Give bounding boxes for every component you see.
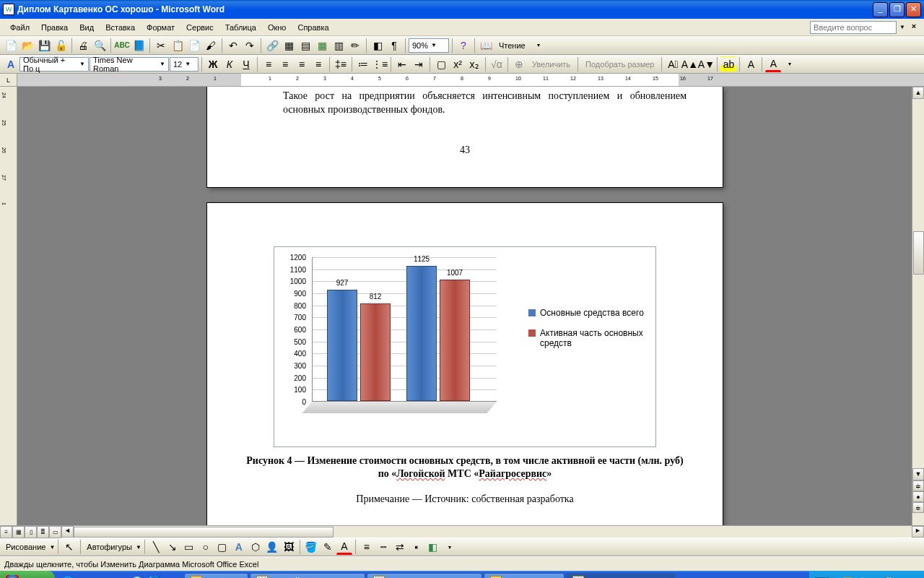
menu-edit[interactable]: Правка [35,21,74,34]
shadow-button[interactable]: ▪ [409,539,424,555]
ruler-corner[interactable]: L [0,74,17,87]
zoom-combo[interactable]: 90%▼ [409,38,449,53]
oval-button[interactable]: ○ [198,539,214,555]
menu-tools[interactable]: Сервис [180,21,219,34]
menu-help[interactable]: Справка [292,21,334,34]
highlight-button[interactable]: ab [720,56,736,72]
close-button[interactable]: ✕ [906,2,921,17]
align-center-button[interactable]: ≡ [277,56,293,72]
docmap-button[interactable]: ◧ [370,38,385,53]
research-button[interactable]: 📘 [131,38,147,53]
arrow-style-button[interactable]: ⇄ [392,539,408,555]
borders-button[interactable]: ▢ [433,56,449,72]
autoshapes-menu[interactable]: Автофигуры [84,543,135,551]
copy-button[interactable]: 📋 [170,38,186,53]
outline-view-button[interactable]: ≣ [37,526,49,538]
format-painter-button[interactable]: 🖌 [203,38,219,53]
threed-button[interactable]: ◧ [425,539,441,555]
diagram-button[interactable]: ⬡ [248,539,263,555]
preview-button[interactable]: 🔍 [92,38,108,53]
bold-button[interactable]: Ж [205,56,221,72]
permissions-button[interactable]: 🔓 [53,38,69,53]
toolbar-options-icon[interactable]: ▾ [531,38,546,53]
justify-button[interactable]: ≡ [310,56,326,72]
help-search-input[interactable] [810,21,897,34]
system-tray[interactable]: RU « 📶 🔊 🛡 💾 20:30 [809,571,924,578]
style-combo[interactable]: Обычный + По ц▼ [19,57,89,72]
new-doc-button[interactable]: 📄 [3,38,19,53]
scroll-down-button[interactable]: ▼ [912,468,924,480]
reading-label[interactable]: Чтение [494,41,530,50]
horizontal-ruler[interactable]: 3211234567891011121314151617 [17,74,924,87]
cut-button[interactable]: ✂ [153,38,169,53]
italic-button[interactable]: К [222,56,237,72]
help-dropdown-icon[interactable]: ▼ [899,24,905,30]
scroll-left-button[interactable]: ◄ [61,526,74,538]
menu-file[interactable]: Файл [4,21,35,34]
dash-style-button[interactable]: ┉ [375,539,391,555]
equation-button[interactable]: √α [489,56,505,72]
excel-button[interactable]: ▦ [314,38,330,53]
styles-pane-button[interactable]: A [3,56,19,72]
menu-insert[interactable]: Вставка [100,21,141,34]
select-objects-button[interactable]: ↖ [61,539,77,555]
horizontal-scrollbar[interactable]: ◄ ► [61,526,924,538]
bullets-button[interactable]: ⋮≡ [372,56,388,72]
chart-object[interactable]: 0100200300400500600700800900100011001200… [274,246,656,447]
figure-caption[interactable]: Рисунок 4 — Изменение стоимости основных… [243,454,687,480]
superscript-button[interactable]: x² [450,56,466,72]
save-button[interactable]: 💾 [36,38,52,53]
insert-table-button[interactable]: ▤ [297,38,313,53]
font-combo[interactable]: Times New Roman▼ [90,57,169,72]
normal-view-button[interactable]: ≡ [0,526,12,538]
tables-borders-button[interactable]: ▦ [281,38,297,53]
minimize-button[interactable]: _ [873,2,888,17]
redo-button[interactable]: ↷ [242,38,258,53]
line-spacing-button[interactable]: ‡≡ [333,56,349,72]
taskbar-button-2[interactable]: WОБЩИЕ ТРЕБОВАНИЯ П... [367,573,482,578]
drawing-button[interactable]: ✏ [347,38,363,53]
char-border-button[interactable]: A⃞ [665,56,681,72]
hscroll-thumb[interactable] [74,527,334,538]
align-right-button[interactable]: ≡ [294,56,310,72]
scroll-right-button[interactable]: ► [912,526,924,538]
outdent-button[interactable]: ⇤ [394,56,410,72]
draw-options-icon[interactable]: ▾ [442,539,458,555]
ql-ie2-icon[interactable]: e [77,574,92,578]
zoom-in-icon[interactable]: ⊕ [511,56,527,72]
scroll-thumb[interactable] [913,231,924,275]
line-color-button[interactable]: ✎ [320,539,336,555]
font-color-button[interactable]: A [765,56,781,72]
figure-note[interactable]: Примечание — Источник: собственная разра… [207,493,723,505]
ql-app-icon[interactable]: 🟦 [146,574,162,578]
indent-button[interactable]: ⇥ [411,56,427,72]
open-button[interactable]: 📂 [19,38,35,53]
spellcheck-button[interactable]: ABC [114,38,130,53]
wordart-button[interactable]: A [231,539,247,555]
print-view-button[interactable]: ▯ [25,526,37,538]
ql-ie-icon[interactable]: 🌐 [59,574,75,578]
menu-window[interactable]: Окно [262,21,292,34]
picture-button[interactable]: 🖼 [281,539,297,555]
subscript-button[interactable]: x₂ [466,56,482,72]
line-button[interactable]: ╲ [148,539,164,555]
taskbar-button-3[interactable]: дипломы 2010 [484,573,565,578]
document-viewport[interactable]: Такое рост на предприятии объясняется ин… [17,87,912,525]
taskbar-button-0[interactable]: КАФЕДРА [184,573,248,578]
taskbar-button-4[interactable]: WДиплом Картавенко ... [566,573,675,578]
vertical-ruler[interactable]: 242526271 [0,87,17,525]
maximize-button[interactable]: ❐ [889,2,905,17]
scroll-up-button[interactable]: ▲ [912,87,924,99]
drawing-menu[interactable]: Рисование [3,543,48,551]
fill-color-button[interactable]: 🪣 [303,539,319,555]
browse-object-button[interactable]: ● [912,491,924,502]
grow-font-button[interactable]: A▲ [681,56,697,72]
numbering-button[interactable]: ≔ [355,56,371,72]
align-left-button[interactable]: ≡ [261,56,276,72]
ql-nero-icon[interactable]: 💿 [128,574,144,578]
underline-button[interactable]: Ч [238,56,254,72]
columns-button[interactable]: ▥ [331,38,346,53]
ql-opera-icon[interactable]: O [163,574,179,578]
undo-button[interactable]: ↶ [225,38,241,53]
font-color-draw-button[interactable]: A [336,539,352,555]
